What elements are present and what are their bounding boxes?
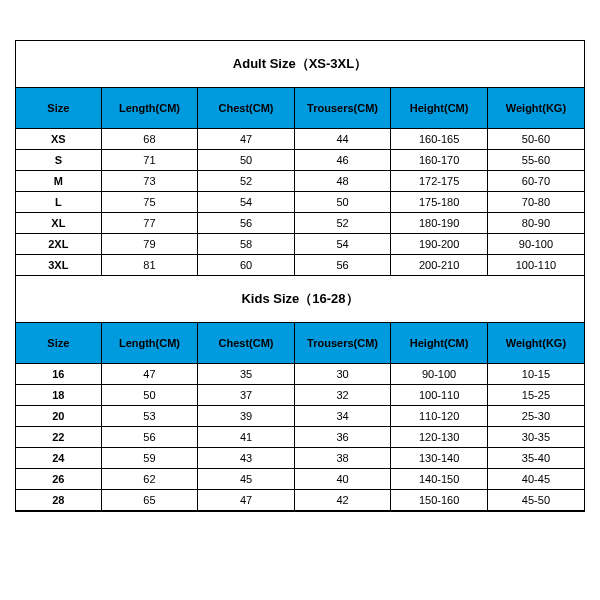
cell: 58 bbox=[198, 234, 295, 255]
cell: 110-120 bbox=[391, 406, 488, 427]
cell: 32 bbox=[294, 385, 391, 406]
cell: 60-70 bbox=[487, 171, 584, 192]
cell: 50 bbox=[101, 385, 198, 406]
col-trousers: Trousers(CM) bbox=[294, 88, 391, 129]
cell: 45-50 bbox=[487, 490, 584, 511]
cell: 43 bbox=[198, 448, 295, 469]
cell: 190-200 bbox=[391, 234, 488, 255]
cell: 53 bbox=[101, 406, 198, 427]
cell-size: S bbox=[16, 150, 101, 171]
cell: 25-30 bbox=[487, 406, 584, 427]
cell: 48 bbox=[294, 171, 391, 192]
cell: 56 bbox=[198, 213, 295, 234]
cell: 50-60 bbox=[487, 129, 584, 150]
table-row: 24594338130-14035-40 bbox=[16, 448, 584, 469]
cell-size: 24 bbox=[16, 448, 101, 469]
kids-size-table: Size Length(CM) Chest(CM) Trousers(CM) H… bbox=[16, 323, 584, 511]
cell: 10-15 bbox=[487, 364, 584, 385]
col-chest: Chest(CM) bbox=[198, 323, 295, 364]
cell: 35 bbox=[198, 364, 295, 385]
size-chart-sheet: Adult Size（XS-3XL） Size Length(CM) Chest… bbox=[15, 40, 585, 512]
table-row: 26624540140-15040-45 bbox=[16, 469, 584, 490]
cell: 54 bbox=[294, 234, 391, 255]
table-header-row: Size Length(CM) Chest(CM) Trousers(CM) H… bbox=[16, 88, 584, 129]
cell: 130-140 bbox=[391, 448, 488, 469]
col-weight: Weight(KG) bbox=[487, 323, 584, 364]
cell: 180-190 bbox=[391, 213, 488, 234]
cell-size: XL bbox=[16, 213, 101, 234]
col-height: Height(CM) bbox=[391, 88, 488, 129]
table-row: L755450175-18070-80 bbox=[16, 192, 584, 213]
cell: 39 bbox=[198, 406, 295, 427]
cell: 15-25 bbox=[487, 385, 584, 406]
cell: 40 bbox=[294, 469, 391, 490]
cell-size: M bbox=[16, 171, 101, 192]
table-row: 2XL795854190-20090-100 bbox=[16, 234, 584, 255]
cell: 47 bbox=[101, 364, 198, 385]
cell: 120-130 bbox=[391, 427, 488, 448]
cell: 46 bbox=[294, 150, 391, 171]
cell: 45 bbox=[198, 469, 295, 490]
cell: 52 bbox=[294, 213, 391, 234]
cell: 34 bbox=[294, 406, 391, 427]
cell: 41 bbox=[198, 427, 295, 448]
cell: 90-100 bbox=[487, 234, 584, 255]
cell: 172-175 bbox=[391, 171, 488, 192]
table-row: 3XL816056200-210100-110 bbox=[16, 255, 584, 276]
adult-title: Adult Size（XS-3XL） bbox=[16, 41, 584, 88]
cell: 38 bbox=[294, 448, 391, 469]
col-length: Length(CM) bbox=[101, 88, 198, 129]
cell: 200-210 bbox=[391, 255, 488, 276]
cell: 55-60 bbox=[487, 150, 584, 171]
cell-size: 2XL bbox=[16, 234, 101, 255]
cell: 62 bbox=[101, 469, 198, 490]
cell: 140-150 bbox=[391, 469, 488, 490]
cell: 50 bbox=[294, 192, 391, 213]
cell: 100-110 bbox=[487, 255, 584, 276]
cell-size: 20 bbox=[16, 406, 101, 427]
col-size: Size bbox=[16, 323, 101, 364]
cell: 47 bbox=[198, 490, 295, 511]
table-row: S715046160-17055-60 bbox=[16, 150, 584, 171]
cell: 36 bbox=[294, 427, 391, 448]
cell: 54 bbox=[198, 192, 295, 213]
cell: 37 bbox=[198, 385, 295, 406]
cell-size: 22 bbox=[16, 427, 101, 448]
col-chest: Chest(CM) bbox=[198, 88, 295, 129]
table-row: XL775652180-19080-90 bbox=[16, 213, 584, 234]
cell: 42 bbox=[294, 490, 391, 511]
cell: 59 bbox=[101, 448, 198, 469]
cell: 35-40 bbox=[487, 448, 584, 469]
cell: 175-180 bbox=[391, 192, 488, 213]
col-height: Height(CM) bbox=[391, 323, 488, 364]
cell: 100-110 bbox=[391, 385, 488, 406]
cell: 80-90 bbox=[487, 213, 584, 234]
cell: 73 bbox=[101, 171, 198, 192]
cell: 56 bbox=[294, 255, 391, 276]
cell: 77 bbox=[101, 213, 198, 234]
kids-title: Kids Size（16-28） bbox=[16, 276, 584, 323]
cell: 160-165 bbox=[391, 129, 488, 150]
cell-size: 18 bbox=[16, 385, 101, 406]
table-row: 18503732100-11015-25 bbox=[16, 385, 584, 406]
cell: 56 bbox=[101, 427, 198, 448]
cell: 150-160 bbox=[391, 490, 488, 511]
cell: 30 bbox=[294, 364, 391, 385]
col-trousers: Trousers(CM) bbox=[294, 323, 391, 364]
cell: 79 bbox=[101, 234, 198, 255]
cell-size: XS bbox=[16, 129, 101, 150]
cell: 75 bbox=[101, 192, 198, 213]
table-row: 1647353090-10010-15 bbox=[16, 364, 584, 385]
cell: 60 bbox=[198, 255, 295, 276]
cell: 30-35 bbox=[487, 427, 584, 448]
cell: 47 bbox=[198, 129, 295, 150]
cell: 68 bbox=[101, 129, 198, 150]
cell: 65 bbox=[101, 490, 198, 511]
table-header-row: Size Length(CM) Chest(CM) Trousers(CM) H… bbox=[16, 323, 584, 364]
cell-size: 26 bbox=[16, 469, 101, 490]
cell: 44 bbox=[294, 129, 391, 150]
adult-size-table: Size Length(CM) Chest(CM) Trousers(CM) H… bbox=[16, 88, 584, 276]
cell: 52 bbox=[198, 171, 295, 192]
col-weight: Weight(KG) bbox=[487, 88, 584, 129]
cell: 40-45 bbox=[487, 469, 584, 490]
